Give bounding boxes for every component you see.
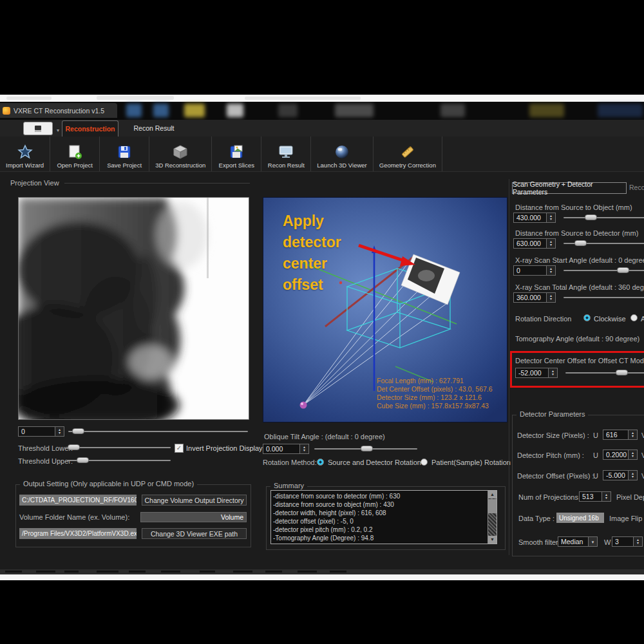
- apply-offset-annotation: Apply detector center offset: [283, 211, 341, 296]
- scroll-down-icon[interactable]: ▼: [488, 536, 497, 544]
- open-page-icon: [67, 144, 82, 160]
- 3d-geometry-viewport[interactable]: Apply detector center offset Focal Lengt…: [263, 197, 507, 422]
- tab-recon-result[interactable]: Recon Result: [118, 120, 189, 136]
- volume-folder-label: Volume Folder Name (ex. Volume):: [19, 513, 129, 521]
- background-thumbnail: [126, 104, 142, 117]
- rotation-method-source-radio[interactable]: [317, 459, 324, 466]
- spinner-buttons[interactable]: ▴▾: [546, 213, 555, 222]
- detector-size-label: Detector Size (Pixels) :: [517, 431, 589, 439]
- launch-3d-viewer-button[interactable]: Launch 3D Viewer: [311, 137, 373, 171]
- spinner-buttons[interactable]: ▴▾: [546, 239, 555, 248]
- scroll-thumb[interactable]: [488, 499, 497, 513]
- background-thumbnail: [278, 104, 298, 117]
- summary-list[interactable]: -distance from source to detector (mm) :…: [270, 490, 497, 544]
- detector-size-u-input[interactable]: 616 ▴▾: [603, 430, 638, 440]
- scroll-up-icon[interactable]: ▲: [488, 491, 497, 498]
- num-projections-input[interactable]: 513 ▴▾: [579, 491, 611, 502]
- bottom-desktop-band: [0, 574, 644, 580]
- spinner-buttons[interactable]: ▴▾: [628, 471, 637, 480]
- threshold-upper-label: Threshold Upper:: [18, 457, 73, 465]
- chevron-down-icon[interactable]: ▾: [57, 128, 59, 133]
- param-label: X-ray Scan Start Angle (default : 0 degr…: [515, 256, 644, 264]
- output-group-label: Output Setting (Only applicable in UDP o…: [20, 480, 197, 488]
- source-detector-distance-slider[interactable]: [564, 240, 644, 247]
- num-projections-label: Num of Projections: [518, 493, 578, 501]
- export-slices-button[interactable]: Export Slices: [212, 137, 261, 171]
- data-type-label: Data Type :: [518, 515, 554, 522]
- detector-offset-label: Detector Offset (Pixels) :: [517, 472, 594, 480]
- rotation-method-source-label: Source and Detector Rotation: [328, 459, 421, 466]
- detector-pitch-u-input[interactable]: 0.2000 ▴▾: [603, 450, 638, 460]
- frame-slider[interactable]: [68, 428, 248, 435]
- top-desktop-band: [0, 95, 644, 102]
- cube-icon: [172, 144, 189, 160]
- oblique-tilt-input[interactable]: 0.000 ▴▾: [263, 444, 309, 454]
- save-project-button[interactable]: Save Project: [100, 137, 149, 171]
- rotation-method-patient-radio[interactable]: [421, 459, 428, 466]
- spinner-buttons[interactable]: ▴▾: [55, 427, 64, 436]
- smooth-w-label: W: [604, 538, 611, 546]
- axis-u-label: U: [593, 451, 598, 459]
- detector-center-offset-slider[interactable]: [565, 369, 644, 377]
- taskbar-strip: [0, 569, 644, 574]
- spinner-buttons[interactable]: ▴▾: [628, 450, 637, 459]
- smooth-filter-dropdown[interactable]: Median ▾: [558, 536, 598, 547]
- param-label: Distance from Source to Object (mm): [515, 204, 632, 211]
- rotation-method-label: Rotation Method:: [263, 459, 317, 466]
- volume-folder-input[interactable]: Volume: [140, 512, 247, 522]
- scan-start-angle-slider[interactable]: [564, 267, 644, 274]
- scan-start-angle-input[interactable]: 0 ▴▾: [513, 265, 556, 276]
- spinner-buttons[interactable]: ▴▾: [601, 492, 611, 501]
- viewer-exe-path-field[interactable]: /Program Files/VX3D2/PlatformVX3D.exe: [19, 528, 137, 539]
- oblique-tilt-slider[interactable]: [314, 445, 417, 453]
- tab-scan-geometry[interactable]: Scan Geometry + Detector Parameters: [512, 182, 627, 194]
- tab-recon-params[interactable]: Recon: [629, 184, 644, 194]
- source-object-distance-input[interactable]: 430.000 ▴▾: [513, 213, 556, 223]
- output-directory-field[interactable]: C:/CTDATA_PROJECTION_RF/FOV160×80: [19, 495, 137, 506]
- wizard-star-icon: [17, 144, 33, 160]
- frame-index-input[interactable]: 0 ▴▾: [18, 426, 64, 437]
- source-detector-distance-input[interactable]: 630.000 ▴▾: [513, 238, 556, 249]
- oblique-tilt-label: Oblique Tilt Angle : (default : 0 degree…: [264, 433, 385, 440]
- detector-offset-u-input[interactable]: -5.000 ▴▾: [603, 470, 638, 480]
- spinner-buttons[interactable]: ▴▾: [546, 293, 555, 302]
- summary-scrollbar[interactable]: ▲ ▼: [488, 491, 497, 544]
- geometry-correction-button[interactable]: Geometry Correction: [374, 137, 442, 171]
- scan-total-angle-slider[interactable]: [564, 294, 644, 301]
- spinner-buttons[interactable]: ▴▾: [633, 537, 642, 546]
- image-flip-label: Image Flip : N: [609, 515, 644, 522]
- dropdown-caret-icon[interactable]: ▾: [588, 537, 597, 546]
- import-wizard-button[interactable]: Import Wizard: [0, 137, 50, 171]
- threshold-lower-label: Threshold Lower:: [18, 444, 73, 452]
- report-icon: [35, 126, 41, 132]
- smooth-w-input[interactable]: 3 ▴▾: [612, 536, 643, 547]
- spinner-buttons[interactable]: ▴▾: [299, 444, 308, 453]
- floppy-disk-icon: [117, 144, 132, 160]
- threshold-lower-slider[interactable]: [67, 444, 171, 451]
- window-title: VXRE CT Reconstruction v1.5: [14, 107, 104, 115]
- projection-xray-image[interactable]: [18, 197, 249, 420]
- sphere-icon: [334, 144, 350, 160]
- project-menu-button[interactable]: [23, 122, 53, 135]
- summary-group-label: Summary: [270, 482, 307, 489]
- geometry-stats-readout: Focal Length (mm) : 627.791 Det Center O…: [377, 377, 493, 410]
- param-label: Distance from Source to Detector (mm): [515, 229, 638, 237]
- rotation-clockwise-radio[interactable]: [583, 314, 591, 321]
- title-bar: VXRE CT Reconstruction v1.5: [0, 102, 644, 120]
- scan-total-angle-input[interactable]: 360.000 ▴▾: [513, 292, 556, 303]
- open-project-button[interactable]: Open Project: [50, 137, 100, 171]
- recon-result-button[interactable]: Recon Result: [261, 137, 311, 171]
- tab-reconstruction[interactable]: Reconstruction: [62, 120, 118, 137]
- source-object-distance-slider[interactable]: [564, 214, 644, 222]
- threshold-upper-slider[interactable]: [67, 457, 171, 464]
- change-viewer-exe-button[interactable]: Change 3D Viewer EXE path: [142, 528, 247, 539]
- spinner-buttons[interactable]: ▴▾: [548, 368, 557, 377]
- recon-3d-button[interactable]: 3D Reconstruction: [149, 137, 212, 171]
- data-type-value[interactable]: Unsigned 16b: [556, 513, 604, 523]
- invert-display-checkbox[interactable]: ✓: [175, 444, 184, 453]
- change-output-directory-button[interactable]: Change Volume Output Directory: [142, 495, 247, 506]
- detector-center-offset-input[interactable]: -52.000 ▴▾: [515, 368, 558, 378]
- spinner-buttons[interactable]: ▴▾: [628, 430, 637, 439]
- rotation-anticlockwise-radio[interactable]: [630, 314, 638, 321]
- spinner-buttons[interactable]: ▴▾: [546, 266, 555, 275]
